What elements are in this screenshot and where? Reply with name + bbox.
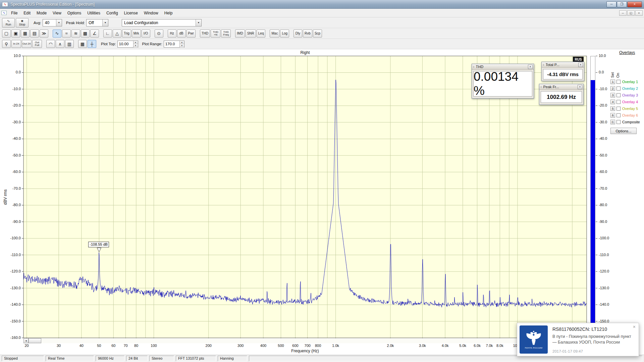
overlays-options-button[interactable]: Options... (610, 128, 637, 134)
maximize-button[interactable]: ❒ (617, 1, 627, 7)
scroll-left-icon[interactable]: ◄ (23, 338, 29, 343)
overlay-set-button-3[interactable]: 3 (610, 93, 615, 98)
logging-button[interactable]: Log (280, 29, 289, 38)
overlay-row-overlay-2: 2Overlay 2 (610, 85, 644, 92)
menu-item-file[interactable]: File (8, 9, 20, 17)
spinner-arrows-icon[interactable]: ▲▼ (179, 41, 184, 47)
overlay-set-button-5[interactable]: 5 (610, 106, 615, 111)
macro-button[interactable]: Mac (270, 29, 279, 38)
y-axis-tick-label: -140.0 (599, 302, 609, 307)
chevron-down-icon: ▼ (102, 19, 108, 26)
marker-button[interactable]: Mrk (132, 29, 141, 38)
close-button[interactable]: × (627, 1, 642, 7)
overlays-panel: Overlays Set On 1Overlay 12Overlay 23Ove… (610, 50, 644, 134)
overlay-set-button-6[interactable]: 6 (610, 113, 615, 118)
plot-top-input[interactable]: 10.00 ▲▼ (117, 41, 138, 48)
spinner-arrows-icon[interactable]: ▲▼ (133, 41, 138, 47)
zoom-out-full-button[interactable]: Out Full (32, 40, 42, 48)
delta-button[interactable]: △ (113, 29, 121, 38)
overlay-set-button-1[interactable]: 1 (610, 79, 615, 84)
imd-button[interactable]: IMD (235, 29, 245, 38)
menu-item-window[interactable]: Window (141, 9, 161, 17)
menu-item-help[interactable]: Help (161, 9, 176, 17)
zoom-button[interactable]: ⚲ (2, 40, 11, 48)
save-button[interactable]: ▦ (21, 29, 30, 38)
y-axis-tick-label: -110.0 (599, 253, 609, 257)
total-power-window-titlebar[interactable]: ↕ Total P... × (542, 62, 584, 68)
menu-item-license[interactable]: License (121, 9, 141, 17)
overlay-checkbox-1[interactable] (616, 80, 621, 84)
open-button[interactable]: ▣ (11, 29, 20, 38)
plot-bars-button[interactable]: ▥ (65, 40, 74, 48)
thd-button[interactable]: THD (200, 29, 210, 38)
plot-range-input[interactable]: 170.0 ▲▼ (164, 41, 184, 48)
spectrum-view-button[interactable]: ∿ (53, 29, 61, 38)
overlay-checkbox-2[interactable] (616, 86, 621, 90)
fast-forward-button[interactable]: ≫ (40, 29, 48, 38)
avg-value: 40 (43, 19, 56, 26)
delay-button[interactable]: Dly (293, 29, 302, 38)
new-button[interactable]: ▢ (2, 29, 11, 38)
run-button[interactable]: ∿ Run (2, 18, 15, 27)
trigger-button[interactable]: Trig (122, 29, 131, 38)
menu-item-utilities[interactable]: Utilities (84, 9, 103, 17)
zoom-in-2x-button[interactable]: In 2X (11, 40, 21, 48)
peak-hold-combo[interactable]: Off ▼ (86, 19, 108, 26)
child-minimize-button[interactable]: ─ (619, 10, 627, 16)
x-axis-tick-label: 60 (111, 344, 115, 348)
scope-button[interactable]: Scp (313, 29, 322, 38)
tracking-notification[interactable]: ПОЧТА РОССИИ RS811760052CN: LT1210 В пут… (517, 323, 639, 356)
overlay-set-button-4[interactable]: 4 (610, 100, 615, 104)
child-restore-button[interactable]: ◱ (627, 10, 635, 16)
x-axis-tick-label: 400 (260, 344, 266, 348)
phase-view-button[interactable]: ∠ (90, 29, 99, 38)
child-close-button[interactable]: × (635, 10, 643, 16)
overlay-set-button-2[interactable]: 2 (610, 86, 615, 91)
overlay-checkbox-4[interactable] (616, 100, 621, 104)
overlay-checkbox-5[interactable] (616, 107, 621, 111)
overlay-checkbox-c[interactable] (616, 120, 621, 124)
peak-frequency-close-icon[interactable]: × (578, 85, 582, 89)
spectrogram-view-button[interactable]: ▩ (81, 29, 90, 38)
thd-n-button[interactable]: THD +N (211, 29, 220, 38)
plot-peak-button[interactable]: ∧ (56, 40, 64, 48)
scaling-button[interactable]: ∟ (103, 29, 112, 38)
db-units-button[interactable]: dB (177, 29, 186, 38)
menu-item-config[interactable]: Config (103, 9, 121, 17)
minimize-button[interactable]: ─ (606, 1, 616, 7)
peak-frequency-window-titlebar[interactable]: ↕ Peak Fr... × (539, 84, 583, 90)
overlay-set-button-c[interactable]: C (610, 120, 615, 124)
reverb-button[interactable]: Rvb (303, 29, 312, 38)
total-power-close-icon[interactable]: × (578, 63, 583, 67)
avg-combo[interactable]: 40 ▼ (43, 19, 62, 26)
thd-window-titlebar[interactable]: ↕ THD × (472, 64, 534, 70)
snr-button[interactable]: SNR (246, 29, 256, 38)
menu-item-options[interactable]: Options (64, 9, 84, 17)
readout-icon: ↕ (543, 63, 544, 66)
waterfall-view-button[interactable]: ≋ (71, 29, 80, 38)
hz-units-button[interactable]: Hz (168, 29, 176, 38)
thd-close-icon[interactable]: × (528, 65, 533, 69)
plot-line-button[interactable]: ◠ (46, 40, 55, 48)
notification-close-icon[interactable]: × (633, 324, 636, 329)
menu-item-edit[interactable]: Edit (20, 9, 34, 17)
zoom-out-2x-button[interactable]: Out 2X (22, 40, 32, 48)
signal-generator-button[interactable]: ⊙ (155, 29, 163, 38)
overlay-checkbox-3[interactable] (616, 93, 621, 97)
horizontal-scrollbar[interactable]: ◄ (23, 338, 587, 343)
stop-icon: ■ (21, 19, 23, 23)
leq-button[interactable]: Leq (257, 29, 266, 38)
overlay-checkbox-6[interactable] (616, 113, 621, 117)
cursor-button[interactable]: ┼ (88, 40, 96, 48)
scrollbar-thumb[interactable] (29, 338, 41, 343)
print-button[interactable]: ▤ (30, 29, 39, 38)
menu-item-mode[interactable]: Mode (34, 9, 50, 17)
power-units-button[interactable]: Pwr (186, 29, 196, 38)
io-button[interactable]: I/O (142, 29, 150, 38)
time-series-view-button[interactable]: ≈ (62, 29, 71, 38)
load-configuration-combo[interactable]: Load Configuration ▼ (122, 19, 202, 26)
plot-grid-button[interactable]: ▦ (78, 40, 87, 48)
menu-item-view[interactable]: View (50, 9, 64, 17)
thd-freq-button[interactable]: THD Freq (221, 29, 231, 38)
stop-button[interactable]: ■ Stop (16, 18, 29, 27)
